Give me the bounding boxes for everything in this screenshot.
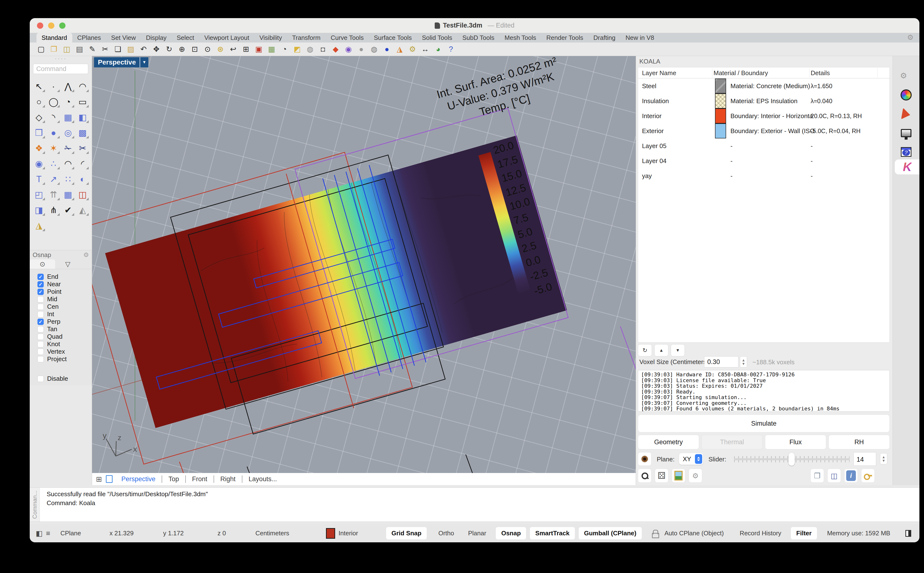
rotate-tool[interactable]: ◐	[75, 172, 90, 186]
grid-snap-toggle[interactable]: Grid Snap	[386, 527, 427, 539]
vp-tab-top[interactable]: Top	[162, 475, 185, 483]
osnap-option[interactable]: Perp	[38, 318, 92, 326]
planar-toggle[interactable]: Planar	[468, 529, 486, 537]
markup-icon[interactable]: ✎	[87, 44, 97, 55]
point-tool[interactable]: ∙	[46, 80, 61, 93]
surface-patch-tool[interactable]: ◧	[75, 111, 90, 124]
coord-x[interactable]: x 21.329	[110, 529, 134, 537]
text-tool[interactable]: T	[32, 172, 46, 186]
explode-tool[interactable]: ✶	[46, 142, 61, 155]
tab-render-tools[interactable]: Render Tools	[541, 33, 588, 42]
osnap-option[interactable]: Tan	[38, 326, 92, 333]
koala-panel-tab[interactable]: K	[895, 160, 919, 174]
tab-cplanes[interactable]: CPlanes	[72, 33, 106, 42]
simulate-button[interactable]: Simulate	[638, 415, 890, 432]
zoom-extents-icon[interactable]: ⊛	[215, 44, 226, 55]
single-viewport-icon[interactable]	[106, 475, 113, 483]
point-cloud-tool[interactable]: ∴	[46, 157, 61, 171]
earth-icon[interactable]: ◕	[433, 44, 443, 55]
viewport-layout-icon[interactable]: ⊞	[241, 44, 251, 55]
torus-tool[interactable]: ◎	[61, 126, 75, 139]
site-plan-icon[interactable]: ▦	[266, 44, 277, 55]
move-layer-down-button[interactable]: ▼	[671, 344, 685, 356]
settings-button[interactable]: ⚙	[689, 469, 702, 483]
osnap-gear-icon[interactable]: ⚙	[83, 251, 89, 259]
polygon-tool[interactable]: ◇	[32, 111, 46, 124]
koala-tab-rh[interactable]: RH	[828, 435, 890, 449]
boolean-tool[interactable]: ◉	[32, 157, 46, 171]
undo-icon[interactable]: ↶	[138, 44, 149, 55]
tab-mesh-tools[interactable]: Mesh Tools	[500, 33, 541, 42]
render-icon[interactable]: ◆	[330, 44, 341, 55]
osnap-disable-option[interactable]: Disable	[38, 375, 92, 382]
tab-subd-tools[interactable]: SubD Tools	[457, 33, 500, 42]
osnap-option[interactable]: Int	[38, 310, 92, 318]
osnap-option[interactable]: Cen	[38, 303, 92, 310]
copy-icon[interactable]: ❏	[113, 44, 123, 55]
rotate-view-icon[interactable]: ↻	[164, 44, 174, 55]
plane-select[interactable]: XY	[679, 453, 703, 465]
plugin-puzzle-tool[interactable]: ❖	[32, 142, 46, 155]
pointer-tool[interactable]: ↖	[32, 80, 46, 93]
auto-cplane-toggle[interactable]: Auto CPlane (Object)	[664, 529, 724, 537]
layer-row[interactable]: Insulation Material: EPS Insulation λ=0.…	[638, 94, 890, 108]
osnap-option[interactable]: Mid	[38, 296, 92, 303]
command-input[interactable]	[33, 64, 88, 74]
pan-icon[interactable]: ✥	[151, 44, 161, 55]
command-history-tab[interactable]: Comman...	[30, 488, 40, 521]
vp-tab-right[interactable]: Right	[214, 475, 242, 483]
array-copy-tool[interactable]: ∷	[61, 172, 75, 186]
coord-y[interactable]: y 1.172	[163, 529, 184, 537]
open-file-icon[interactable]: ❐	[49, 44, 59, 55]
zoom-window-button[interactable]	[59, 22, 66, 29]
layer-row[interactable]: Interior Boundary: Interior - Horizonta …	[638, 108, 890, 124]
help-icon[interactable]: ?	[446, 44, 456, 55]
vp-tab-perspective[interactable]: Perspective	[115, 475, 162, 483]
detail-toggle-icon[interactable]: ◧	[36, 529, 42, 537]
trim-tool[interactable]: ✁	[61, 142, 75, 155]
scale-tool[interactable]: ↗	[46, 172, 61, 186]
flashlight-icon[interactable]: ◮	[395, 44, 405, 55]
panel-drag-handle[interactable]: ····	[30, 56, 92, 62]
osnap-option[interactable]: Near	[38, 280, 92, 288]
inspect-button[interactable]	[638, 469, 651, 483]
zoom-in-icon[interactable]: ⊕	[177, 44, 187, 55]
help-panel-tab[interactable]: ?	[899, 144, 914, 160]
tab-set-view[interactable]: Set View	[106, 33, 141, 42]
xray-sphere-icon[interactable]: ◍	[369, 44, 379, 55]
osnap-option[interactable]: End	[38, 273, 92, 280]
save-icon[interactable]: ◫	[62, 44, 72, 55]
koala-tab-flux[interactable]: Flux	[765, 435, 826, 449]
lamp-icon[interactable]: ◍	[305, 44, 315, 55]
mirror-tool[interactable]: ◨	[32, 204, 46, 217]
log-console[interactable]: [09:39:03] Hardware ID: C850-DBA8-0027-1…	[638, 370, 890, 412]
minimize-window-button[interactable]	[48, 22, 54, 29]
memory-use[interactable]: Memory use: 1592 MB	[827, 529, 890, 537]
column-material-boundary[interactable]: Material / Boundary	[714, 69, 768, 77]
paste-icon[interactable]: ▨	[126, 44, 136, 55]
zoom-selected-icon[interactable]: ⊙	[202, 44, 213, 55]
osnap-tab-snaps[interactable]: ⊙	[30, 260, 55, 269]
gumball-toggle[interactable]: Gumball (CPlane)	[579, 527, 642, 539]
cplane-icon[interactable]: ◔	[279, 44, 290, 55]
extrude-box-tool[interactable]: ◰	[32, 188, 46, 202]
fillet-curve-tool[interactable]: ◝	[46, 111, 61, 124]
check-tool[interactable]: ✔	[61, 204, 75, 217]
osnap-option[interactable]: Vertex	[38, 348, 92, 355]
layer-row[interactable]: Layer 05 - -	[638, 138, 890, 153]
tab-solid-tools[interactable]: Solid Tools	[417, 33, 457, 42]
surface-points-tool[interactable]: ▦	[61, 111, 75, 124]
print-icon[interactable]: ▤	[74, 44, 85, 55]
osnap-option[interactable]: Point	[38, 288, 92, 296]
smarttrack-toggle[interactable]: SmartTrack	[530, 527, 575, 539]
cut-icon[interactable]: ✂	[100, 44, 110, 55]
screen-panel-tab[interactable]	[899, 125, 914, 141]
layer-row[interactable]: Exterior Boundary: Exterior - Wall (ISO …	[638, 124, 890, 138]
about-button[interactable]: i	[844, 469, 858, 483]
extrude-surface-tool[interactable]: ⇈	[46, 188, 61, 202]
gear-tools-icon[interactable]: ⚙	[407, 44, 418, 55]
voxel-size-input[interactable]	[704, 356, 738, 368]
osnap-tab-filter[interactable]: ▽	[55, 260, 80, 269]
slider-value-stepper[interactable]: ▲▼	[880, 453, 887, 464]
pull-objects-tool[interactable]: ⋔	[46, 204, 61, 217]
